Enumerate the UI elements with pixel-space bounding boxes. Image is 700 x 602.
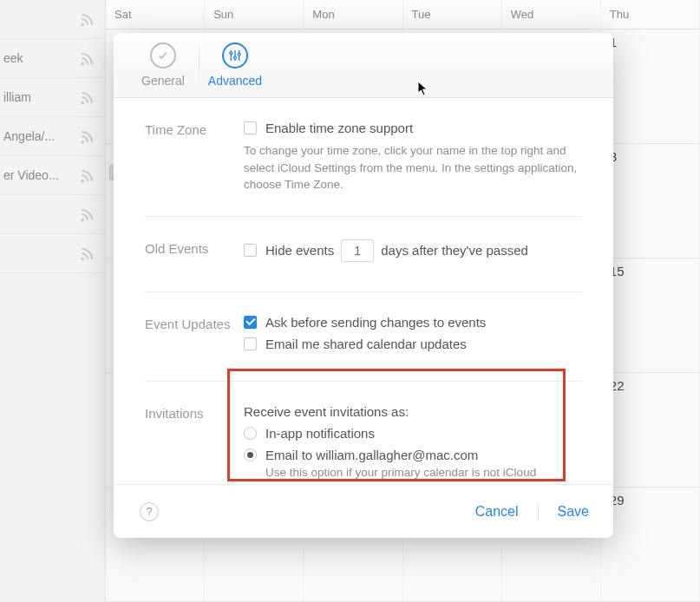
section-time-zone: Time Zone Enable time zone support To ch…: [145, 98, 582, 217]
section-label: Old Events: [145, 239, 244, 269]
save-button[interactable]: Save: [554, 499, 592, 525]
days-input[interactable]: [341, 239, 374, 262]
annotation-highlight: [227, 369, 566, 481]
checkbox-label: Enable time zone support: [265, 121, 413, 135]
sidebar-item[interactable]: [0, 195, 105, 234]
day-header: Thu: [601, 0, 700, 29]
svg-point-5: [238, 53, 240, 56]
day-cell[interactable]: 29: [601, 487, 700, 601]
day-cell[interactable]: 22: [601, 373, 700, 487]
share-icon: [79, 167, 96, 184]
day-header-row: Sat Sun Mon Tue Wed Thu: [106, 0, 700, 29]
sidebar-item[interactable]: [0, 234, 105, 273]
tab-general[interactable]: General: [133, 43, 193, 88]
svg-point-3: [234, 56, 237, 59]
day-cell[interactable]: 15: [601, 258, 700, 372]
section-old-events: Old Events Hide events days after they'v…: [145, 217, 582, 292]
day-header: Sun: [205, 0, 304, 29]
share-icon: [79, 128, 96, 145]
day-header: Tue: [403, 0, 502, 29]
sidebar: eek illiam Angela/... er Video...: [0, 0, 106, 602]
sliders-icon: [222, 43, 248, 69]
divider: [538, 503, 539, 520]
checkbox-email-shared-updates[interactable]: [244, 337, 257, 350]
cancel-button[interactable]: Cancel: [472, 499, 522, 525]
hide-events-pre: Hide events: [265, 243, 334, 258]
day-header: Mon: [304, 0, 402, 29]
sidebar-item[interactable]: [0, 0, 105, 39]
day-cell[interactable]: 8: [601, 144, 700, 258]
modal-footer: ? Cancel Save: [114, 484, 613, 538]
share-icon: [79, 88, 96, 106]
hide-events-post: days after they've passed: [381, 243, 528, 258]
help-button[interactable]: ?: [140, 502, 159, 521]
tab-label: Advanced: [205, 74, 265, 88]
share-icon: [79, 245, 96, 262]
checkbox-ask-before-sending[interactable]: [244, 316, 257, 329]
checkbox-label: Ask before sending changes to events: [265, 315, 486, 330]
tab-label: General: [133, 74, 193, 88]
section-label: Time Zone: [145, 121, 244, 193]
section-label: Event Updates: [145, 315, 244, 358]
tabs-bar: General Advanced: [114, 33, 613, 98]
checkbox-enable-time-zone[interactable]: [244, 121, 257, 134]
checkbox-label: Email me shared calendar updates: [265, 337, 467, 351]
sidebar-item[interactable]: eek: [0, 39, 105, 78]
tab-advanced[interactable]: Advanced: [205, 43, 265, 88]
checkbox-hide-old-events[interactable]: [244, 244, 257, 257]
sidebar-item[interactable]: Angela/...: [0, 117, 105, 156]
sidebar-item[interactable]: er Video...: [0, 156, 105, 195]
sidebar-item[interactable]: illiam: [0, 78, 105, 117]
day-cell[interactable]: 1: [601, 29, 700, 143]
share-icon: [79, 10, 96, 28]
share-icon: [79, 49, 96, 67]
day-header: Sat: [106, 0, 205, 29]
day-header: Wed: [502, 0, 601, 29]
share-icon: [79, 206, 96, 223]
svg-point-1: [230, 52, 232, 55]
time-zone-description: To change your time zone, click your nam…: [244, 142, 582, 193]
checkmark-icon: [150, 43, 176, 69]
divider: [199, 46, 200, 84]
